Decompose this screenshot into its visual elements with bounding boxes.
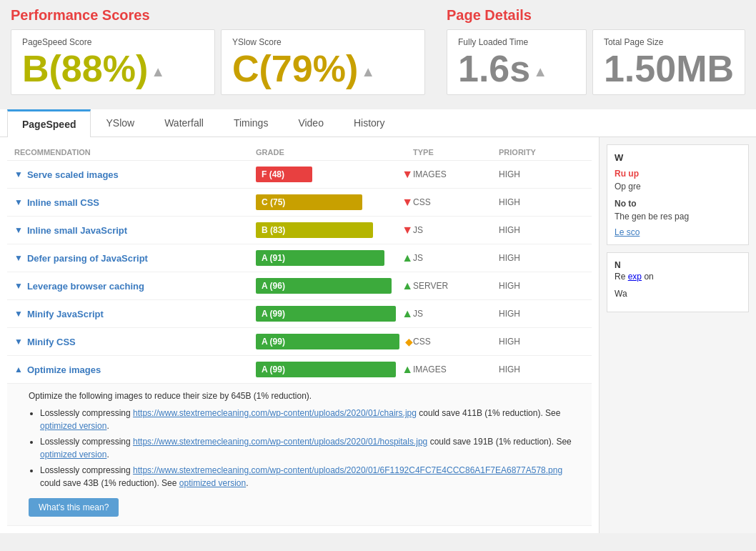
rec-row-main: ▼ Leverage browser caching A (96) ▲ SERV… [7, 272, 592, 299]
grade-bar: B (83) [256, 222, 373, 238]
rec-title-serve-scaled-images[interactable]: ▼ Serve scaled images [14, 169, 256, 180]
grade-cell: B (83) ▼ [256, 222, 413, 238]
rec-label: Defer parsing of JavaScript [27, 253, 148, 264]
table-row: ▼ Inline small JavaScript B (83) ▼ JS HI… [7, 217, 592, 244]
page-details-title: Page Details [447, 7, 745, 24]
png-opt-link[interactable]: optimized version [179, 478, 246, 488]
collapse-icon: ▲ [14, 364, 23, 374]
grade-cell: F (48) ▼ [256, 167, 413, 182]
tab-waterfall[interactable]: Waterfall [149, 109, 219, 137]
sidebar-section-2-title: N [615, 260, 741, 270]
loaded-trend-icon: ▲ [533, 64, 547, 79]
table-row: ▼ Leverage browser caching A (96) ▲ SERV… [7, 272, 592, 300]
grade-bar: A (99) [256, 306, 396, 322]
col-grade: GRADE [256, 148, 413, 157]
list-item: Losslessly compressing https://www.stext… [40, 407, 577, 432]
pagespeed-score-value: B(88%)▲ [22, 50, 204, 87]
rec-title-optimize-images[interactable]: ▲ Optimize images [14, 364, 256, 375]
col-type: TYPE [413, 148, 499, 157]
rec-row-main: ▼ Serve scaled images F (48) ▼ IMAGES HI… [7, 161, 592, 188]
tab-yslow[interactable]: YSlow [91, 109, 149, 137]
rec-title-minify-javascript[interactable]: ▼ Minify JavaScript [14, 309, 256, 319]
tab-pagespeed[interactable]: PageSpeed [7, 109, 91, 137]
grade-cell: A (96) ▲ [256, 278, 413, 294]
expand-icon: ▼ [14, 169, 23, 179]
priority-cell: HIGH [499, 364, 585, 374]
loaded-time-box: Fully Loaded Time 1.6s▲ [447, 29, 587, 95]
table-row: ▼ Defer parsing of JavaScript A (91) ▲ J… [7, 244, 592, 272]
sidebar-section-2-body: Re exp on [615, 270, 741, 283]
type-cell: IMAGES [413, 364, 499, 374]
expand-icon: ▼ [14, 253, 23, 263]
sidebar-section-2: N Re exp on Wa [607, 252, 749, 312]
trend-arrow-up-icon: ▲ [402, 363, 413, 376]
page-size-value: 1.50MB [604, 50, 734, 87]
type-cell: IMAGES [413, 169, 499, 179]
grade-bar-wrap: A (96) [256, 278, 397, 294]
loaded-time-value: 1.6s▲ [458, 50, 575, 87]
priority-cell: HIGH [499, 225, 585, 235]
page-size-box: Total Page Size 1.50MB [592, 29, 745, 95]
list-item: Losslessly compressing https://www.stext… [40, 435, 577, 461]
grade-cell: A (99) ◆ [256, 334, 413, 349]
trend-arrow-up-icon: ▲ [402, 279, 413, 292]
png-link[interactable]: https://www.stextremecleaning.com/wp-con… [133, 465, 562, 475]
pagespeed-trend-icon: ▲ [151, 64, 165, 79]
col-recommendation: RECOMMENDATION [14, 148, 256, 157]
rec-row-main: ▼ Inline small JavaScript B (83) ▼ JS HI… [7, 217, 592, 244]
tabs-container: PageSpeed YSlow Waterfall Timings Video … [0, 109, 756, 137]
rec-title-inline-small-js[interactable]: ▼ Inline small JavaScript [14, 225, 256, 236]
rec-label: Optimize images [27, 364, 101, 375]
rec-title-leverage-browser-caching[interactable]: ▼ Leverage browser caching [14, 281, 256, 292]
grade-bar-wrap: F (48) [256, 167, 397, 182]
rec-label: Serve scaled images [27, 169, 119, 180]
trend-arrow-down-icon: ▼ [402, 224, 413, 237]
sidebar-section-2-note: Wa [615, 287, 741, 300]
grade-bar-wrap: C (75) [256, 194, 397, 210]
grade-bar-wrap: A (99) [256, 362, 397, 377]
trend-arrow-up-icon: ▲ [402, 252, 413, 264]
rec-title-minify-css[interactable]: ▼ Minify CSS [14, 337, 256, 347]
sidebar-section-1: W Ru upOp gre No toThe gen be res pag Le… [607, 144, 749, 245]
expand-icon: ▼ [14, 281, 23, 291]
grade-bar-wrap: A (99) [256, 334, 401, 349]
optimize-images-detail: Optimize the following images to reduce … [7, 383, 592, 525]
chairs-opt-link[interactable]: optimized version [40, 421, 106, 431]
hospitals-link[interactable]: https://www.stextremecleaning.com/wp-con… [133, 437, 427, 447]
trend-arrow-down-icon: ▼ [402, 168, 413, 181]
rec-label: Inline small CSS [27, 197, 99, 208]
table-row: ▼ Serve scaled images F (48) ▼ IMAGES HI… [7, 161, 592, 189]
yslow-score-box: YSlow Score C(79%)▲ [221, 29, 425, 95]
table-header: RECOMMENDATION GRADE TYPE PRIORITY [7, 144, 592, 161]
table-row: ▼ Minify CSS A (99) ◆ CSS HIGH [7, 328, 592, 356]
hospitals-opt-link[interactable]: optimized version [40, 450, 106, 460]
chairs-link[interactable]: https://www.stextremecleaning.com/wp-con… [133, 408, 417, 418]
rec-row-main: ▼ Defer parsing of JavaScript A (91) ▲ J… [7, 244, 592, 272]
whats-this-button[interactable]: What's this mean? [29, 498, 119, 517]
tab-video[interactable]: Video [283, 109, 339, 137]
pagespeed-score-box: PageSpeed Score B(88%)▲ [11, 29, 215, 95]
trend-arrow-diamond-icon: ◆ [405, 336, 413, 347]
sidebar-section-1-highlighted: Ru upOp gre [615, 167, 741, 193]
priority-cell: HIGH [499, 253, 585, 263]
sidebar-exp-link[interactable]: exp [628, 272, 642, 282]
rec-title-inline-small-css[interactable]: ▼ Inline small CSS [14, 197, 256, 208]
page-size-label: Total Page Size [604, 37, 734, 47]
grade-cell: A (99) ▲ [256, 306, 413, 322]
tab-timings[interactable]: Timings [219, 109, 284, 137]
table-row: ▼ Minify JavaScript A (99) ▲ JS HIGH [7, 300, 592, 328]
type-cell: JS [413, 253, 499, 263]
rec-title-defer-parsing-js[interactable]: ▼ Defer parsing of JavaScript [14, 253, 256, 264]
type-cell: JS [413, 225, 499, 235]
sidebar-learn-link[interactable]: Le sco [615, 227, 640, 237]
loaded-time-label: Fully Loaded Time [458, 37, 575, 47]
tab-history[interactable]: History [339, 109, 400, 137]
grade-cell: C (75) ▼ [256, 194, 413, 210]
expand-icon: ▼ [14, 225, 23, 235]
trend-arrow-down-icon: ▼ [402, 196, 413, 209]
sidebar-panel: W Ru upOp gre No toThe gen be res pag Le… [599, 137, 756, 533]
trend-arrow-up-icon: ▲ [402, 307, 413, 320]
rec-label: Minify CSS [27, 337, 76, 347]
priority-cell: HIGH [499, 309, 585, 319]
priority-cell: HIGH [499, 169, 585, 179]
